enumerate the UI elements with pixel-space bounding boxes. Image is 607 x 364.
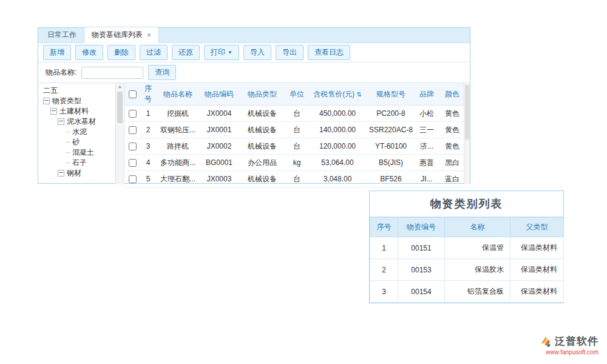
- leaf-dash: [66, 142, 70, 143]
- table-row[interactable]: 4 多功能商... BG0001 办公用品 kg 53,064.00 B5(JI…: [124, 155, 466, 171]
- row-checkbox[interactable]: [129, 110, 137, 118]
- col-unit: 单位: [286, 83, 308, 106]
- search-row: 物品名称: 查询: [38, 62, 470, 83]
- restore-button[interactable]: 还原: [172, 45, 200, 60]
- export-button[interactable]: 导出: [276, 45, 304, 60]
- tree-node-gravel[interactable]: 石子: [42, 158, 115, 168]
- col-seq: 序号: [140, 83, 156, 106]
- item-code-link[interactable]: JX0003: [200, 171, 239, 187]
- item-name-label: 物品名称:: [46, 67, 76, 78]
- table-scrollbar[interactable]: [464, 83, 470, 184]
- tab-materials-library-list[interactable]: 物资基础库列表 ×: [84, 27, 159, 43]
- col-item-name: 物品名称: [156, 83, 200, 106]
- tree-node-material-type[interactable]: 物资类型: [42, 96, 115, 106]
- collapse-icon[interactable]: [58, 170, 64, 177]
- item-name-link[interactable]: 挖掘机: [156, 106, 200, 122]
- close-icon[interactable]: ×: [147, 32, 151, 38]
- table-row[interactable]: 2 00153 保温胶水 保温类材料: [370, 259, 564, 281]
- tab-bar: 日常工作 物资基础库列表 ×: [38, 28, 470, 43]
- col-spec: 规格型号: [367, 83, 415, 106]
- item-code-link[interactable]: JX0002: [200, 138, 239, 155]
- edit-button[interactable]: 修改: [75, 45, 103, 60]
- tree-node-concrete[interactable]: 混凝土: [42, 147, 115, 158]
- item-code-link[interactable]: JX0001: [200, 122, 239, 138]
- tree-node-sand[interactable]: 砂: [42, 137, 115, 147]
- tab-daily-work[interactable]: 日常工作: [40, 27, 84, 42]
- select-all-cell: [124, 83, 140, 106]
- item-code-link[interactable]: BG0001: [200, 155, 239, 171]
- brand-url[interactable]: www.fanpusoft.com: [540, 349, 599, 356]
- scroll-up-icon[interactable]: ▲: [116, 83, 124, 89]
- materials-library-panel: 日常工作 物资基础库列表 × 新增 修改 删除 过滤 还原 打印 ▼ 导入 导出…: [38, 27, 470, 184]
- col-color: 颜色: [439, 83, 466, 106]
- tree-node-cement[interactable]: 水泥: [42, 127, 115, 137]
- sort-icon[interactable]: ⇅: [356, 91, 361, 98]
- leaf-dash: [66, 132, 70, 132]
- collapse-icon[interactable]: [43, 98, 50, 104]
- item-name-input[interactable]: [81, 67, 143, 79]
- collapse-icon[interactable]: [50, 108, 57, 115]
- item-name-link[interactable]: 路拌机: [156, 138, 200, 155]
- caret-down-icon: ▼: [228, 50, 232, 55]
- table-row[interactable]: 1 挖掘机 JX0004 机械设备 台 450,000.00 PC200-8 小…: [124, 106, 466, 122]
- col-cat-seq: 序号: [370, 218, 398, 237]
- item-code-link[interactable]: JX0004: [200, 106, 239, 122]
- row-checkbox[interactable]: [129, 126, 137, 134]
- item-name-link[interactable]: 大理石翻...: [156, 171, 200, 187]
- item-name-link[interactable]: 双钢轮压...: [156, 122, 200, 138]
- table-row[interactable]: 3 路拌机 JX0002 机械设备 台 120,000.00 YT-60100 …: [124, 138, 466, 155]
- col-price[interactable]: 含税售价(元) ⇅: [308, 83, 367, 106]
- leaf-dash: [66, 152, 70, 153]
- col-cat-code: 物资编号: [398, 218, 445, 237]
- select-all-checkbox[interactable]: [129, 90, 137, 98]
- query-button[interactable]: 查询: [148, 65, 176, 80]
- tree-scrollbar[interactable]: ▲: [115, 83, 124, 184]
- col-cat-name: 名称: [445, 218, 510, 237]
- leaf-dash: [66, 163, 70, 163]
- new-button[interactable]: 新增: [43, 45, 71, 60]
- row-checkbox[interactable]: [129, 175, 137, 183]
- category-tree: 二五 物资类型 土建材料 泥水基材 水泥 砂: [38, 83, 124, 184]
- brand-name: 泛普软件: [555, 334, 599, 348]
- tree-node-civil-materials[interactable]: 土建材料: [42, 106, 115, 116]
- tree-node-steel[interactable]: 钢材: [42, 168, 115, 178]
- scrollbar-thumb[interactable]: [465, 85, 469, 140]
- table-row[interactable]: 5 大理石翻... JX0003 机械设备 台 3,048.00 BF526 J…: [124, 171, 466, 187]
- table-row[interactable]: 2 双钢轮压... JX0001 机械设备 台 140,000.00 SSR22…: [124, 122, 466, 138]
- col-item-code: 物品编码: [200, 83, 239, 106]
- table-row[interactable]: 1 00151 保温管 保温类材料: [370, 237, 564, 259]
- branding: 泛普软件 www.fanpusoft.com: [540, 334, 599, 356]
- tree-node-erwu[interactable]: 二五: [42, 86, 115, 96]
- row-checkbox[interactable]: [129, 143, 137, 150]
- row-checkbox[interactable]: [129, 159, 137, 167]
- print-label: 打印: [211, 47, 225, 58]
- col-brand: 品牌: [415, 83, 439, 106]
- item-name-link[interactable]: 多功能商...: [156, 155, 200, 171]
- print-button[interactable]: 打印 ▼: [204, 45, 239, 60]
- tab-label: 日常工作: [47, 30, 76, 39]
- filter-button[interactable]: 过滤: [140, 45, 168, 60]
- fanpu-logo-icon: [540, 335, 552, 348]
- category-table: 序号 物资编号 名称 父类型 1 00151 保温管 保温类材料 2 00153…: [370, 217, 564, 303]
- table-row[interactable]: 3 00154 铝箔复合板 保温类材料: [370, 281, 564, 303]
- tab-label: 物资基础库列表: [92, 30, 143, 40]
- category-panel-title: 物资类别列表: [370, 191, 563, 217]
- toolbar: 新增 修改 删除 过滤 还原 打印 ▼ 导入 导出 查看日志: [38, 43, 470, 62]
- collapse-icon[interactable]: [58, 118, 64, 125]
- scrollbar-thumb[interactable]: [117, 92, 123, 123]
- delete-button[interactable]: 删除: [107, 45, 135, 60]
- import-button[interactable]: 导入: [243, 45, 271, 60]
- materials-table: 序号 物品名称 物品编码 物品类型 单位 含税售价(元) ⇅ 规格型号 品牌 颜…: [124, 83, 466, 187]
- col-cat-parent: 父类型: [510, 218, 564, 237]
- view-log-button[interactable]: 查看日志: [308, 45, 350, 60]
- material-category-panel: 物资类别列表 序号 物资编号 名称 父类型 1 00151 保温管 保温类材料 …: [369, 190, 564, 303]
- col-item-type: 物品类型: [239, 83, 286, 106]
- tree-node-mud-base[interactable]: 泥水基材: [42, 116, 115, 127]
